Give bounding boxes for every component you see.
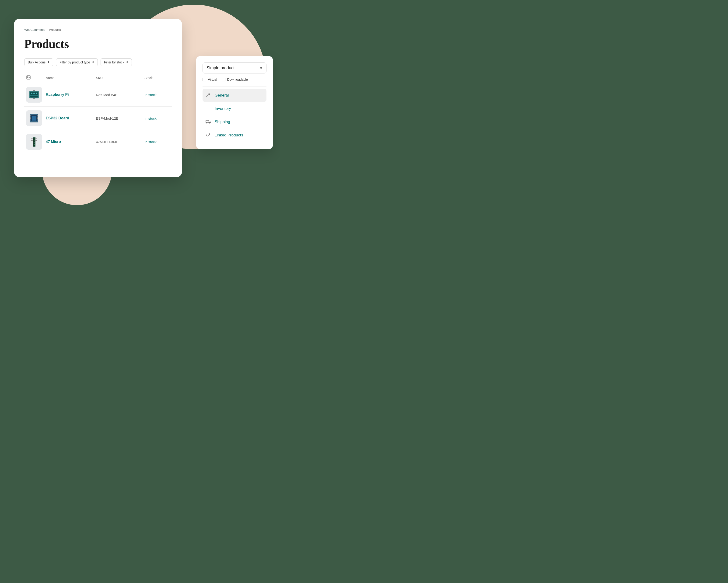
bulk-actions-arrows: ⬍ bbox=[47, 61, 50, 64]
svg-rect-8 bbox=[33, 90, 35, 91]
wrench-icon bbox=[205, 92, 211, 98]
svg-rect-15 bbox=[30, 118, 31, 119]
product-type-value: Simple product bbox=[207, 65, 234, 71]
virtual-checkbox[interactable] bbox=[203, 78, 206, 81]
svg-rect-16 bbox=[30, 120, 31, 120]
svg-rect-36 bbox=[206, 120, 209, 123]
svg-point-24 bbox=[34, 140, 34, 141]
filter-stock-label: Filter by stock bbox=[104, 60, 124, 64]
scene: WooCommerce / Products Products Bulk Act… bbox=[0, 0, 280, 224]
product-stock-cell: In stock bbox=[142, 83, 172, 107]
svg-point-25 bbox=[34, 142, 34, 143]
product-sku: ESP-Mod-12E bbox=[96, 116, 118, 120]
downloadable-check-item: Downloadable bbox=[222, 78, 248, 81]
filter-product-type-label: Filter by product type bbox=[59, 60, 90, 64]
svg-rect-7 bbox=[30, 95, 38, 96]
table-header-row: Name SKU Stock bbox=[24, 73, 172, 83]
table-row: Raspberry Pi Ras-Mod-64B In stock bbox=[24, 83, 172, 107]
panel-divider bbox=[203, 86, 266, 87]
product-stock-cell: In stock bbox=[142, 107, 172, 130]
col-image bbox=[24, 73, 44, 83]
svg-rect-20 bbox=[37, 120, 38, 120]
svg-rect-32 bbox=[35, 143, 37, 143]
product-name[interactable]: ESP32 Board bbox=[46, 116, 69, 120]
svg-rect-33 bbox=[207, 107, 210, 107]
svg-point-37 bbox=[206, 122, 207, 123]
panel-menu: General Inventory Shipping Linked Produc… bbox=[203, 89, 266, 142]
page-title: Products bbox=[24, 37, 172, 51]
product-name[interactable]: Raspberry Pi bbox=[46, 92, 69, 96]
product-stock: In stock bbox=[145, 140, 157, 144]
svg-rect-31 bbox=[31, 143, 33, 143]
panel-menu-label: Inventory bbox=[215, 106, 231, 111]
breadcrumb: WooCommerce / Products bbox=[24, 28, 172, 31]
panel-menu-item-shipping[interactable]: Shipping bbox=[203, 115, 266, 129]
product-stock-cell: In stock bbox=[142, 130, 172, 154]
filter-stock-select[interactable]: Filter by stock ⬍ bbox=[101, 58, 132, 66]
filter-row: Bulk Actions ⬍ Filter by product type ⬍ … bbox=[24, 58, 172, 66]
svg-point-38 bbox=[209, 122, 210, 123]
product-name-cell: Raspberry Pi bbox=[44, 83, 94, 107]
downloadable-label: Downloadable bbox=[227, 78, 248, 81]
product-stock: In stock bbox=[145, 93, 157, 97]
svg-rect-27 bbox=[31, 138, 33, 139]
svg-rect-13 bbox=[30, 115, 31, 116]
product-image bbox=[26, 110, 42, 126]
product-sku-cell: 47M-ICC-3MH bbox=[94, 130, 142, 154]
breadcrumb-woocommerce-link[interactable]: WooCommerce bbox=[24, 28, 45, 31]
svg-point-5 bbox=[33, 92, 35, 94]
product-name[interactable]: 47 Micro bbox=[46, 140, 61, 144]
svg-rect-0 bbox=[27, 76, 30, 79]
product-image-cell bbox=[24, 83, 44, 107]
table-row: 47 Micro 47M-ICC-3MH In stock bbox=[24, 130, 172, 154]
bulk-actions-select[interactable]: Bulk Actions ⬍ bbox=[24, 58, 53, 66]
table-row: ESP32 Board ESP-Mod-12E In stock bbox=[24, 107, 172, 130]
svg-point-6 bbox=[36, 92, 37, 94]
panel-menu-item-general[interactable]: General bbox=[203, 89, 266, 102]
panel-menu-label: Shipping bbox=[215, 120, 230, 124]
svg-rect-29 bbox=[31, 140, 33, 141]
col-stock: Stock bbox=[142, 73, 172, 83]
product-name-cell: 47 Micro bbox=[44, 130, 94, 154]
product-image bbox=[26, 87, 42, 103]
svg-point-23 bbox=[34, 139, 34, 139]
product-type-arrows: ⬍ bbox=[260, 66, 262, 70]
svg-rect-30 bbox=[35, 140, 37, 141]
svg-rect-12 bbox=[32, 116, 36, 120]
truck-icon bbox=[205, 119, 211, 125]
filter-product-type-arrows: ⬍ bbox=[92, 61, 94, 64]
svg-rect-19 bbox=[37, 118, 38, 119]
product-type-select[interactable]: Simple product ⬍ bbox=[203, 62, 266, 74]
product-sku: Ras-Mod-64B bbox=[96, 93, 118, 97]
panel-menu-item-inventory[interactable]: Inventory bbox=[203, 102, 266, 115]
breadcrumb-current: Products bbox=[49, 28, 61, 31]
col-sku: SKU bbox=[94, 73, 142, 83]
svg-point-26 bbox=[34, 144, 34, 145]
svg-rect-18 bbox=[37, 117, 38, 117]
svg-point-1 bbox=[27, 77, 28, 77]
product-sku-cell: Ras-Mod-64B bbox=[94, 83, 142, 107]
panel-menu-label: Linked Products bbox=[215, 133, 243, 138]
svg-rect-14 bbox=[30, 117, 31, 117]
col-name: Name bbox=[44, 73, 94, 83]
panel-menu-item-linked-products[interactable]: Linked Products bbox=[203, 129, 266, 142]
svg-rect-34 bbox=[207, 108, 210, 108]
product-sku-cell: ESP-Mod-12E bbox=[94, 107, 142, 130]
svg-rect-9 bbox=[33, 99, 35, 99]
virtual-label: Virtual bbox=[208, 78, 217, 81]
svg-rect-28 bbox=[35, 138, 37, 139]
filter-product-type-select[interactable]: Filter by product type ⬍ bbox=[56, 58, 98, 66]
product-sku: 47M-ICC-3MH bbox=[96, 140, 119, 144]
downloadable-checkbox[interactable] bbox=[222, 78, 226, 81]
detail-panel: Simple product ⬍ Virtual Downloadable Ge… bbox=[196, 56, 273, 149]
svg-rect-35 bbox=[207, 109, 210, 109]
link-icon bbox=[205, 132, 211, 138]
product-table: Name SKU Stock Raspberry Pi bbox=[24, 73, 172, 154]
svg-point-4 bbox=[31, 92, 32, 94]
panel-menu-label: General bbox=[215, 93, 229, 98]
virtual-downloadable-row: Virtual Downloadable bbox=[203, 78, 266, 81]
product-name-cell: ESP32 Board bbox=[44, 107, 94, 130]
product-image-cell bbox=[24, 130, 44, 154]
breadcrumb-separator: / bbox=[47, 28, 48, 31]
list-icon bbox=[205, 106, 211, 111]
